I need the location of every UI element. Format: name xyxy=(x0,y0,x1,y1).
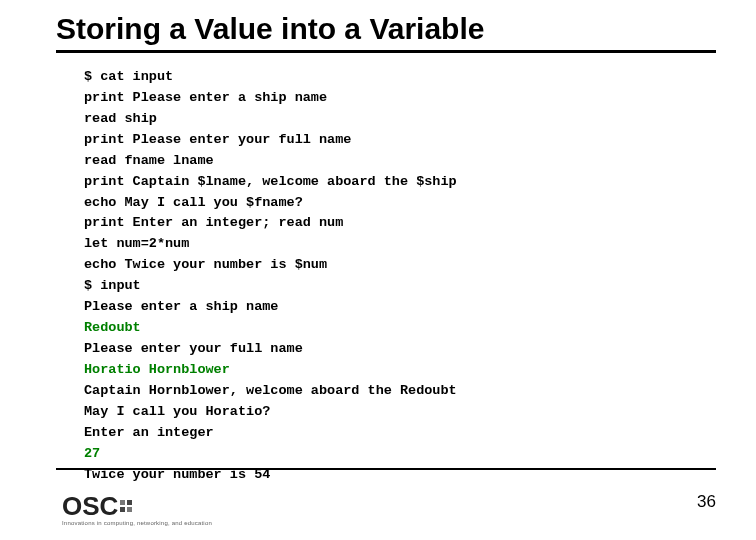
divider xyxy=(56,468,716,470)
code-line: print Enter an integer; read num xyxy=(84,213,716,234)
code-line: May I call you Horatio? xyxy=(84,402,716,423)
slide: Storing a Value into a Variable $ cat in… xyxy=(0,0,756,540)
code-line: read fname lname xyxy=(84,151,716,172)
logo-text: OSC xyxy=(62,491,118,522)
code-line: $ cat input xyxy=(84,67,716,88)
code-line: print Please enter your full name xyxy=(84,130,716,151)
code-line: Please enter a ship name xyxy=(84,297,716,318)
code-line: let num=2*num xyxy=(84,234,716,255)
code-line: print Captain $lname, welcome aboard the… xyxy=(84,172,716,193)
slide-title: Storing a Value into a Variable xyxy=(56,12,716,53)
code-line: echo Twice your number is $num xyxy=(84,255,716,276)
code-line: Captain Hornblower, welcome aboard the R… xyxy=(84,381,716,402)
code-line-input: Horatio Hornblower xyxy=(84,360,716,381)
code-line: $ input xyxy=(84,276,716,297)
code-line: echo May I call you $fname? xyxy=(84,193,716,214)
logo: OSC Innovations in computing, networking… xyxy=(62,491,212,526)
code-line: Enter an integer xyxy=(84,423,716,444)
logo-top: OSC xyxy=(62,491,132,522)
code-line: Please enter your full name xyxy=(84,339,716,360)
page-number: 36 xyxy=(697,492,716,512)
code-block: $ cat input print Please enter a ship na… xyxy=(56,67,716,485)
code-line: print Please enter a ship name xyxy=(84,88,716,109)
code-line-input: Redoubt xyxy=(84,318,716,339)
code-line: read ship xyxy=(84,109,716,130)
logo-tagline: Innovations in computing, networking, an… xyxy=(62,520,212,526)
logo-squares-icon xyxy=(120,500,132,512)
code-line-input: 27 xyxy=(84,444,716,465)
